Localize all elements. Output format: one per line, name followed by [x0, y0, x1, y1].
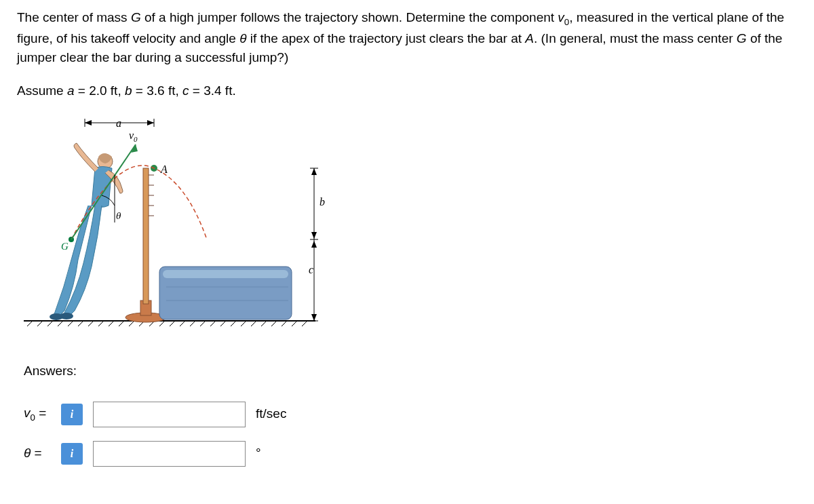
v0-unit: ft/sec: [256, 404, 286, 424]
v0-input[interactable]: [93, 402, 246, 427]
theta-input[interactable]: [93, 441, 246, 467]
svg-point-31: [60, 313, 73, 319]
figure-label-c: c: [309, 264, 313, 275]
assumptions: Assume a = 2.0 ft, b = 3.6 ft, c = 3.4 f…: [17, 81, 797, 101]
figure-label-b: b: [319, 196, 325, 208]
svg-line-22: [241, 321, 246, 326]
svg-marker-60: [311, 241, 317, 248]
svg-marker-61: [311, 314, 317, 321]
svg-marker-52: [85, 120, 92, 125]
svg-marker-59: [311, 232, 317, 239]
svg-marker-58: [311, 168, 317, 175]
figure: a v0 A θ G b c: [24, 117, 336, 341]
svg-line-5: [68, 321, 73, 326]
svg-line-27: [292, 321, 297, 326]
figure-label-G: G: [61, 241, 69, 252]
svg-line-17: [190, 321, 195, 326]
svg-line-7: [88, 321, 94, 326]
problem-statement: The center of mass G of a high jumper fo…: [17, 8, 797, 68]
jumper-figure: [50, 143, 123, 320]
svg-line-16: [180, 321, 185, 326]
svg-line-25: [271, 321, 277, 326]
svg-line-4: [58, 321, 63, 326]
svg-line-1: [27, 321, 33, 326]
svg-line-11: [129, 321, 134, 326]
svg-line-26: [282, 321, 287, 326]
svg-line-21: [231, 321, 236, 326]
svg-line-18: [200, 321, 206, 326]
figure-label-v0: v0: [129, 130, 138, 143]
figure-label-a: a: [116, 117, 121, 129]
info-icon[interactable]: i: [61, 404, 83, 425]
svg-line-24: [261, 321, 267, 326]
svg-rect-35: [143, 168, 149, 304]
svg-line-10: [119, 321, 124, 326]
theta-label: θ =: [24, 444, 51, 463]
svg-line-19: [210, 321, 216, 326]
theta-unit: °: [256, 444, 261, 463]
svg-line-28: [302, 321, 307, 326]
svg-line-15: [170, 321, 175, 326]
info-icon[interactable]: i: [61, 443, 83, 465]
figure-label-A: A: [160, 163, 168, 175]
svg-marker-53: [147, 120, 154, 125]
svg-line-9: [109, 321, 114, 326]
svg-rect-43: [163, 270, 288, 278]
v0-label: v0 =: [24, 404, 51, 425]
svg-line-2: [37, 321, 43, 326]
svg-line-6: [78, 321, 83, 326]
svg-line-8: [98, 321, 104, 326]
answer-row-v0: v0 = i ft/sec: [24, 402, 797, 427]
svg-line-3: [47, 321, 53, 326]
svg-line-20: [220, 321, 226, 326]
svg-line-23: [251, 321, 256, 326]
svg-line-14: [159, 321, 165, 326]
figure-label-theta: θ: [116, 210, 121, 221]
answer-row-theta: θ = i °: [24, 441, 797, 467]
answers-heading: Answers:: [24, 362, 797, 381]
